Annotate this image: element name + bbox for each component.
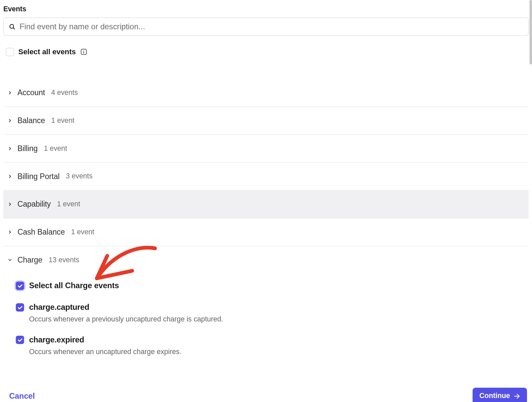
chevron-down-icon — [8, 258, 13, 263]
event-item: charge.capturedOccurs whenever a previou… — [16, 299, 529, 331]
event-group-toggle[interactable]: Cash Balance1 event — [3, 218, 529, 246]
continue-label: Continue — [479, 392, 510, 400]
search-input[interactable] — [20, 22, 523, 31]
chevron-right-icon — [8, 90, 13, 95]
chevron-right-icon — [8, 146, 13, 151]
page-title: Events — [3, 5, 529, 13]
group-count: 1 event — [44, 144, 67, 153]
event-group-toggle[interactable]: Charge13 events — [3, 246, 529, 274]
info-icon[interactable] — [80, 48, 87, 55]
event-group-toggle[interactable]: Balance1 event — [3, 107, 529, 134]
event-description: Occurs whenever a previously uncaptured … — [29, 315, 529, 324]
event-group-toggle[interactable]: Account4 events — [3, 79, 529, 107]
group-count: 13 events — [49, 256, 79, 264]
checkbox[interactable] — [16, 282, 24, 290]
checkbox[interactable] — [16, 303, 24, 311]
group-count: 1 event — [57, 200, 80, 208]
group-name: Billing Portal — [18, 172, 60, 181]
search-input-wrapper[interactable] — [3, 18, 529, 36]
chevron-right-icon — [8, 174, 13, 179]
select-all-group-label: Select all Charge events — [29, 281, 119, 291]
chevron-right-icon — [8, 230, 13, 235]
event-name: charge.captured — [29, 303, 89, 312]
group-name: Account — [18, 88, 45, 98]
group-count: 4 events — [51, 89, 78, 97]
group-count: 1 event — [51, 116, 74, 125]
select-all-checkbox[interactable] — [6, 48, 14, 56]
cancel-button[interactable]: Cancel — [9, 391, 35, 401]
group-name: Cash Balance — [18, 228, 65, 237]
checkbox[interactable] — [16, 336, 24, 344]
scrollbar[interactable] — [530, 0, 532, 65]
group-name: Charge — [18, 256, 43, 265]
event-group-toggle[interactable]: Billing Portal3 events — [3, 163, 529, 190]
group-name: Capability — [18, 200, 51, 209]
event-description: Occurs whenever an uncaptured charge exp… — [29, 348, 529, 356]
chevron-right-icon — [8, 202, 13, 207]
select-all-label: Select all events — [18, 48, 76, 56]
group-count: 1 event — [71, 228, 94, 236]
group-name: Balance — [18, 116, 45, 125]
chevron-right-icon — [8, 118, 13, 123]
continue-button[interactable]: Continue — [473, 388, 527, 402]
event-group-toggle[interactable]: Capability1 event — [3, 191, 529, 218]
event-group-toggle[interactable]: Billing1 event — [3, 135, 529, 162]
event-item: charge.expiredOccurs whenever an uncaptu… — [16, 331, 529, 364]
group-count: 3 events — [66, 172, 92, 181]
svg-point-4 — [83, 50, 84, 51]
arrow-right-icon — [513, 392, 520, 399]
svg-line-1 — [13, 28, 15, 29]
group-name: Billing — [18, 144, 38, 153]
search-icon — [9, 23, 15, 30]
event-name: charge.expired — [29, 335, 84, 345]
